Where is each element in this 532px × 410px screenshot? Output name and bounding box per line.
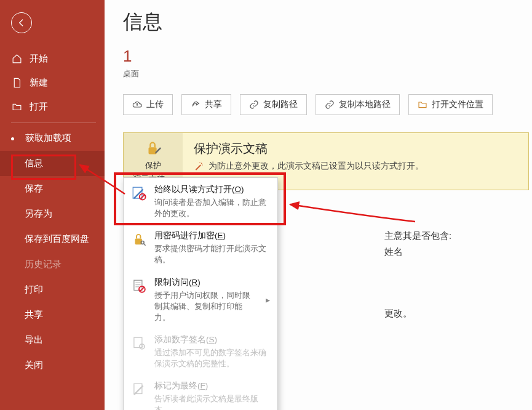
bg-line: 主意其是否包含: bbox=[384, 228, 451, 244]
sidebar-item-open[interactable]: 打开 bbox=[0, 95, 105, 119]
button-label: 上传 bbox=[146, 99, 164, 110]
sidebar-item-home[interactable]: 开始 bbox=[0, 47, 105, 71]
mark-final-icon bbox=[130, 380, 148, 410]
sidebar-item-print[interactable]: 打印 bbox=[0, 277, 105, 302]
bg-line: 更改。 bbox=[384, 308, 412, 320]
share-button[interactable]: 共享 bbox=[181, 94, 231, 115]
sidebar-item-new[interactable]: 新建 bbox=[0, 71, 105, 95]
page-title: 信息 bbox=[123, 9, 532, 36]
sidebar-item-export[interactable]: 导出 bbox=[0, 328, 105, 353]
sidebar-item-share[interactable]: 共享 bbox=[0, 302, 105, 328]
arrow-left-icon bbox=[17, 18, 26, 28]
dropdown-item-readonly[interactable]: 始终以只读方式打开(O) 询问读者是否加入编辑，防止意外的更改。 bbox=[124, 179, 277, 225]
dropdown-item-title: 用密码进行加密(E) bbox=[154, 230, 270, 241]
button-label: 共享 bbox=[205, 99, 222, 110]
file-icon bbox=[11, 78, 22, 88]
chevron-right-icon: ▸ bbox=[263, 295, 270, 305]
backstage-sidebar: 开始 新建 打开 获取加载项 信息 保存 另存为 保存到百度网盘 历史记录 打印… bbox=[0, 0, 105, 410]
restrict-icon bbox=[130, 277, 148, 323]
svg-point-1 bbox=[201, 163, 202, 164]
upload-button[interactable]: 上传 bbox=[123, 94, 173, 115]
sidebar-item-save-baidu[interactable]: 保存到百度网盘 bbox=[0, 227, 105, 252]
background-text: 更改。 bbox=[384, 308, 412, 320]
link-icon bbox=[325, 100, 335, 110]
sidebar-item-save[interactable]: 保存 bbox=[0, 176, 105, 201]
copy-local-path-button[interactable]: 复制本地路径 bbox=[316, 94, 400, 115]
sidebar-item-saveas[interactable]: 另存为 bbox=[0, 201, 105, 227]
doc-location: 桌面 bbox=[123, 68, 532, 79]
folder-icon bbox=[418, 100, 427, 110]
sidebar-divider bbox=[11, 123, 96, 123]
svg-point-2 bbox=[199, 162, 200, 163]
wand-icon bbox=[194, 161, 204, 171]
dropdown-item-desc: 通过添加不可见的数字签名来确保演示文稿的完整性。 bbox=[154, 347, 270, 369]
sidebar-item-label: 新建 bbox=[30, 77, 48, 89]
dropdown-item-desc: 询问读者是否加入编辑，防止意外的更改。 bbox=[154, 197, 270, 219]
back-button[interactable] bbox=[11, 12, 32, 33]
dropdown-item-markfinal: 标记为最终(F) 告诉读者此演示文稿是最终版本。 bbox=[124, 376, 277, 410]
open-location-button[interactable]: 打开文件位置 bbox=[408, 94, 493, 115]
svg-rect-8 bbox=[134, 280, 142, 290]
dropdown-item-title: 添加数字签名(S) bbox=[154, 334, 270, 345]
home-icon bbox=[11, 54, 22, 64]
svg-point-3 bbox=[202, 164, 202, 165]
bg-line: 姓名 bbox=[384, 244, 451, 260]
sidebar-item-label: 打开 bbox=[30, 101, 48, 113]
link-icon bbox=[249, 100, 259, 110]
dropdown-item-desc: 授予用户访问权限，同时限制其编辑、复制和打印能力。 bbox=[154, 290, 257, 323]
svg-rect-4 bbox=[133, 187, 142, 198]
button-label-line1: 保护 bbox=[145, 160, 161, 171]
readonly-icon bbox=[130, 184, 148, 219]
dropdown-item-title: 标记为最终(F) bbox=[154, 380, 270, 392]
signature-icon bbox=[130, 334, 148, 369]
protect-heading: 保护演示文稿 bbox=[194, 140, 424, 157]
protect-dropdown: 始终以只读方式打开(O) 询问读者是否加入编辑，防止意外的更改。 用密码进行加密… bbox=[123, 177, 278, 410]
sidebar-item-info[interactable]: 信息 bbox=[0, 151, 105, 176]
button-label: 复制路径 bbox=[263, 99, 298, 110]
dropdown-item-signature: 添加数字签名(S) 通过添加不可见的数字签名来确保演示文稿的完整性。 bbox=[124, 329, 277, 376]
action-bar: 上传 共享 复制路径 复制本地路径 打开文件位置 bbox=[123, 94, 532, 115]
button-label: 复制本地路径 bbox=[339, 99, 391, 110]
dropdown-item-restrict[interactable]: 限制访问(R) 授予用户访问权限，同时限制其编辑、复制和打印能力。 ▸ bbox=[124, 272, 277, 329]
dropdown-item-encrypt[interactable]: 用密码进行加密(E) 要求提供密码才能打开此演示文稿。 bbox=[124, 225, 277, 271]
folder-open-icon bbox=[11, 102, 22, 112]
dropdown-item-desc: 要求提供密码才能打开此演示文稿。 bbox=[154, 243, 270, 265]
background-text: 主意其是否包含: 姓名 bbox=[384, 228, 451, 260]
svg-rect-10 bbox=[134, 337, 142, 347]
lock-key-icon bbox=[130, 230, 148, 265]
button-label: 打开文件位置 bbox=[432, 99, 483, 110]
dropdown-item-title: 始终以只读方式打开(O) bbox=[154, 184, 270, 195]
share-icon bbox=[191, 100, 200, 110]
doc-number: 1 bbox=[123, 47, 532, 66]
sidebar-item-addins[interactable]: 获取加载项 bbox=[0, 126, 105, 151]
copy-path-button[interactable]: 复制路径 bbox=[240, 94, 307, 115]
dropdown-item-desc: 告诉读者此演示文稿是最终版本。 bbox=[154, 393, 270, 410]
lock-pencil-icon bbox=[144, 139, 162, 158]
sidebar-item-history[interactable]: 历史记录 bbox=[0, 252, 105, 277]
sidebar-item-close[interactable]: 关闭 bbox=[0, 353, 105, 378]
cloud-upload-icon bbox=[132, 100, 142, 110]
dropdown-item-title: 限制访问(R) bbox=[154, 277, 257, 288]
protect-text: 为防止意外更改，此演示文稿已设置为以只读方式打开。 bbox=[208, 161, 424, 172]
sidebar-item-label: 开始 bbox=[30, 53, 48, 65]
